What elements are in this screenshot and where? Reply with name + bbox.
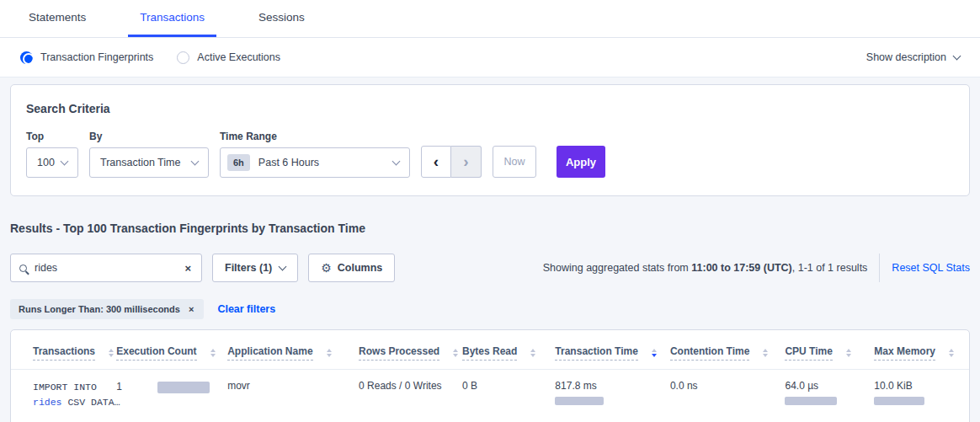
sort-icon[interactable] <box>210 349 216 357</box>
execution-count-bar <box>157 382 210 393</box>
time-range-badge: 6h <box>227 154 250 171</box>
cpu-time-value: 64.0 µs <box>785 380 860 392</box>
top-select[interactable]: 100 <box>26 147 78 178</box>
stats-time-range: 11:00 to 17:59 (UTC) <box>691 262 791 274</box>
transaction-fingerprint-cell: IMPORT INTO rides CSV DATA… <box>11 370 109 422</box>
col-cpu-time[interactable]: CPU Time <box>785 345 832 361</box>
time-range-select[interactable]: 6h Past 6 Hours <box>220 147 410 178</box>
top-label: Top <box>26 131 78 142</box>
transactions-table: Transactions Execution Count Application… <box>11 334 969 422</box>
cpu-time-bar <box>785 397 837 405</box>
time-range-label: Time Range <box>220 131 410 142</box>
radio-active-executions[interactable]: Active Executions <box>177 51 280 64</box>
by-label: By <box>89 131 209 142</box>
chevron-down-icon <box>191 157 200 165</box>
sql-activity-tabbar: Statements Transactions Sessions <box>0 0 980 38</box>
max-memory-bar <box>874 397 924 405</box>
search-criteria-title: Search Criteria <box>26 102 954 115</box>
by-select[interactable]: Transaction Time <box>89 147 209 178</box>
filters-label: Filters (1) <box>225 262 272 274</box>
sort-icon-active[interactable] <box>652 349 657 357</box>
execution-count-value: 1 <box>116 381 122 393</box>
bytes-read-cell: 0 B <box>455 370 548 422</box>
table-row: IMPORT INTO rides CSV DATA… 1 movr 0 Rea… <box>11 370 969 422</box>
transaction-time-cell: 817.8 ms <box>548 370 663 422</box>
tab-transactions[interactable]: Transactions <box>128 11 216 37</box>
sort-icon[interactable] <box>530 349 535 357</box>
search-input[interactable] <box>35 262 183 274</box>
radio-label: Transaction Fingerprints <box>40 51 153 63</box>
apply-button[interactable]: Apply <box>557 146 605 178</box>
transaction-time-value: 817.8 ms <box>555 380 657 392</box>
max-memory-value: 10.0 KiB <box>874 380 962 392</box>
search-icon <box>19 264 27 272</box>
gear-icon: ⚙ <box>321 261 332 275</box>
col-contention-time[interactable]: Contention Time <box>670 345 749 361</box>
search-criteria-card: Search Criteria Top 100 By Transaction T… <box>10 84 970 196</box>
reset-sql-stats-link[interactable]: Reset SQL Stats <box>892 262 970 274</box>
results-table-card: Transactions Execution Count Application… <box>10 329 970 422</box>
time-range-stepper: ‹ › <box>421 146 482 178</box>
max-memory-cell: 10.0 KiB <box>867 370 969 422</box>
sql-line2: rides CSV DATA… <box>33 395 103 410</box>
aggregated-stats-text: Showing aggregated stats from 11:00 to 1… <box>543 262 868 274</box>
tab-statements[interactable]: Statements <box>17 11 98 37</box>
radio-unselected-icon <box>177 51 189 64</box>
time-range-next-button[interactable]: › <box>451 146 482 178</box>
col-transactions[interactable]: Transactions <box>33 345 95 361</box>
results-heading: Results - Top 100 Transaction Fingerprin… <box>10 222 970 235</box>
table-header-row: Transactions Execution Count Application… <box>11 334 969 370</box>
columns-label: Columns <box>338 262 382 274</box>
col-rows-processed[interactable]: Rows Processed <box>359 345 439 361</box>
chevron-down-icon <box>392 157 401 165</box>
transaction-link[interactable]: rides <box>33 397 62 408</box>
clear-filters-link[interactable]: Clear filters <box>217 303 275 315</box>
col-transaction-time[interactable]: Transaction Time <box>555 345 637 361</box>
top-field: Top 100 <box>26 131 78 178</box>
time-range-field: Time Range 6h Past 6 Hours <box>220 131 410 178</box>
filter-chip: Runs Longer Than: 300 milliseconds × <box>10 299 204 319</box>
execution-count-cell: 1 <box>109 370 221 422</box>
results-toolbar: × Filters (1) ⚙ Columns Showing aggregat… <box>10 254 970 282</box>
filters-button[interactable]: Filters (1) <box>212 254 298 282</box>
col-max-memory[interactable]: Max Memory <box>874 345 935 361</box>
view-toggle-bar: Transaction Fingerprints Active Executio… <box>0 38 980 77</box>
sql-line1: IMPORT INTO <box>33 380 103 395</box>
now-button[interactable]: Now <box>493 146 536 178</box>
chevron-down-icon <box>279 262 287 270</box>
time-range-prev-button[interactable]: ‹ <box>421 146 451 178</box>
sort-icon[interactable] <box>949 349 954 357</box>
contention-time-cell: 0.0 ns <box>663 370 779 422</box>
sort-icon[interactable] <box>846 349 851 357</box>
vertical-divider <box>879 254 880 282</box>
col-application-name[interactable]: Application Name <box>227 345 312 361</box>
results-search-box: × <box>10 254 202 282</box>
sort-icon[interactable] <box>763 349 768 357</box>
clear-search-icon[interactable]: × <box>183 262 193 275</box>
radio-label: Active Executions <box>197 51 280 63</box>
chevron-down-icon <box>61 157 69 165</box>
col-execution-count[interactable]: Execution Count <box>116 345 196 361</box>
rows-processed-cell: 0 Reads / 0 Writes <box>352 370 455 422</box>
active-filters-row: Runs Longer Than: 300 milliseconds × Cle… <box>10 299 970 319</box>
show-description-label: Show description <box>866 51 946 63</box>
radio-transaction-fingerprints[interactable]: Transaction Fingerprints <box>20 51 153 64</box>
filter-chip-label: Runs Longer Than: 300 milliseconds <box>19 304 180 314</box>
col-bytes-read[interactable]: Bytes Read <box>462 345 517 361</box>
application-name-cell: movr <box>221 370 352 422</box>
remove-filter-icon[interactable]: × <box>187 304 195 314</box>
tab-sessions[interactable]: Sessions <box>247 11 317 37</box>
sort-icon[interactable] <box>327 349 332 357</box>
by-value: Transaction Time <box>100 157 180 168</box>
transaction-time-bar <box>555 397 604 405</box>
by-field: By Transaction Time <box>89 131 209 178</box>
top-value: 100 <box>37 157 55 168</box>
sort-icon[interactable] <box>109 349 114 357</box>
columns-button[interactable]: ⚙ Columns <box>308 254 395 282</box>
cpu-time-cell: 64.0 µs <box>778 370 867 422</box>
time-range-value: Past 6 Hours <box>258 157 319 168</box>
sort-icon[interactable] <box>453 349 458 357</box>
chevron-down-icon <box>953 51 961 60</box>
radio-selected-icon <box>20 51 33 64</box>
show-description-toggle[interactable]: Show description <box>866 51 960 63</box>
